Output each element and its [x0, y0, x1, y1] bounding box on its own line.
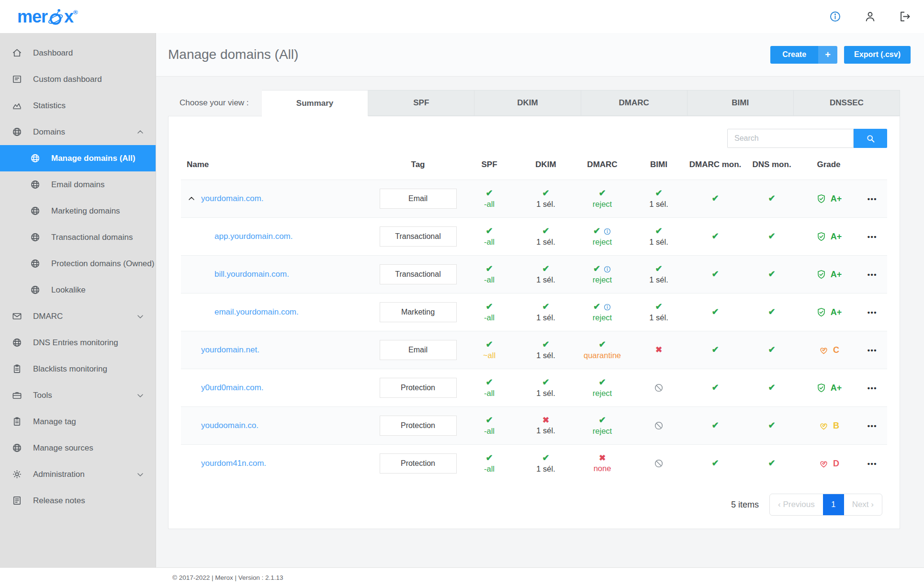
- sidebar-item-dns-entries-monitoring[interactable]: DNS Entries monitoring: [0, 329, 156, 356]
- row-actions-menu[interactable]: •••: [857, 422, 887, 430]
- spf-cell: ✔-all: [461, 377, 518, 398]
- dns-mon-check-icon: ✔: [768, 231, 775, 242]
- dmarc-mon-cell: ✔: [687, 307, 744, 317]
- sidebar-item-blacklists-monitoring[interactable]: Blacklists monitoring: [0, 356, 156, 382]
- next-arrow-icon: ›: [871, 500, 874, 509]
- bimi-blocked-icon: [654, 420, 664, 431]
- name-cell: email.yourdomain.com.: [181, 307, 375, 317]
- dmarc-mon-check-icon: ✔: [711, 383, 719, 393]
- sidebar-item-tools[interactable]: Tools: [0, 382, 156, 408]
- sidebar-item-protection-domains-owned[interactable]: Protection domains (Owned): [0, 250, 156, 277]
- sidebar-item-release-notes[interactable]: Release notes: [0, 487, 156, 514]
- domain-name-link[interactable]: email.yourdomain.com.: [214, 307, 299, 317]
- sidebar-item-domains[interactable]: Domains: [0, 119, 156, 145]
- domain-name-link[interactable]: youdoomain.co.: [201, 421, 259, 430]
- next-page-button[interactable]: Next ›: [844, 494, 882, 515]
- logo-registered-mark: ®: [73, 9, 78, 16]
- create-plus-icon[interactable]: +: [818, 46, 837, 64]
- domain-name-link[interactable]: yourdom41n.com.: [201, 459, 266, 468]
- name-cell: yourdomain.net.: [181, 345, 375, 355]
- globe-icon: [11, 126, 23, 137]
- row-actions-menu[interactable]: •••: [857, 271, 887, 279]
- row-actions-menu[interactable]: •••: [857, 460, 887, 468]
- export-csv-button[interactable]: Export (.csv): [844, 46, 911, 64]
- tab-spf[interactable]: SPF: [368, 90, 474, 116]
- spf-cell: ✔-all: [461, 302, 518, 322]
- tag-cell: Transactional: [375, 226, 461, 247]
- sidebar-item-manage-tag[interactable]: Manage tag: [0, 408, 156, 435]
- bimi-check-icon: ✔: [655, 302, 662, 312]
- dkim-value: 1 sél.: [536, 350, 555, 361]
- bimi-cell: ✔1 sél.: [631, 264, 687, 284]
- merox-logo[interactable]: merx ®: [17, 7, 78, 27]
- sidebar-item-email-domains[interactable]: Email domains: [0, 171, 156, 198]
- bimi-cell: ✖: [631, 345, 687, 355]
- bimi-cell: ✔1 sél.: [631, 302, 687, 322]
- logout-icon[interactable]: [899, 10, 912, 23]
- sidebar-item-dmarc[interactable]: DMARC: [0, 303, 156, 329]
- tag-cell: Email: [375, 340, 461, 360]
- dkim-cell: ✖1 sél.: [518, 416, 574, 436]
- sidebar-item-statistics[interactable]: Statistics: [0, 92, 156, 119]
- sidebar-item-marketing-domains[interactable]: Marketing domains: [0, 198, 156, 224]
- row-actions-menu[interactable]: •••: [857, 308, 887, 316]
- tab-dkim[interactable]: DKIM: [474, 90, 581, 116]
- dkim-value: 1 sél.: [536, 388, 555, 398]
- tab-summary[interactable]: Summary: [262, 90, 368, 116]
- row-actions-menu[interactable]: •••: [857, 346, 887, 354]
- info-icon[interactable]: [829, 10, 842, 23]
- sidebar-item-custom-dashboard[interactable]: Custom dashboard: [0, 66, 156, 92]
- dmarc-cell: ✔reject: [574, 188, 631, 209]
- chevron-up-icon: [135, 127, 145, 137]
- spf-check-icon: ✔: [485, 377, 493, 388]
- user-icon[interactable]: [864, 10, 877, 23]
- spf-value: -all: [484, 199, 495, 209]
- current-page-button[interactable]: 1: [823, 494, 844, 515]
- tab-bimi[interactable]: BIMI: [687, 90, 794, 116]
- table-row: app.yourdomain.com.Transactional✔-all✔1 …: [181, 217, 887, 255]
- row-actions-menu[interactable]: •••: [857, 195, 887, 203]
- table-row: yourdom41n.com.Protection✔-all✔1 sél.✖no…: [181, 444, 887, 482]
- grade-cell: A+: [800, 383, 857, 394]
- search-button[interactable]: [854, 129, 887, 148]
- create-button-label[interactable]: Create: [770, 46, 818, 64]
- grade-shield-icon: [816, 269, 827, 280]
- bimi-check-icon: ✔: [655, 264, 662, 274]
- gear-icon: [11, 469, 23, 480]
- domain-name-link[interactable]: bill.yourdomain.com.: [214, 270, 289, 279]
- dmarc-check-icon: ✔: [598, 415, 606, 426]
- grade-shield-icon: [816, 231, 827, 242]
- grade-heart-icon: [818, 345, 829, 356]
- sidebar-item-lookalike[interactable]: Lookalike: [0, 277, 156, 303]
- tabs-label: Choose your view :: [168, 98, 262, 108]
- chart-icon: [11, 100, 23, 111]
- globe-icon: [30, 232, 41, 243]
- create-button[interactable]: Create +: [770, 46, 837, 64]
- domain-name-link[interactable]: app.yourdomain.com.: [214, 232, 293, 241]
- row-expander[interactable]: [187, 194, 201, 203]
- dmarc-cross-icon: ✖: [599, 453, 606, 463]
- previous-page-button[interactable]: ‹ Previous: [770, 494, 823, 515]
- grade-cell: A+: [800, 193, 857, 204]
- domain-name-link[interactable]: y0urd0main.com.: [201, 383, 263, 393]
- dmarc-mon-check-icon: ✔: [711, 420, 719, 431]
- tab-dnssec[interactable]: DNSSEC: [794, 90, 900, 116]
- bimi-check-icon: ✔: [655, 188, 662, 199]
- bimi-value: 1 sél.: [649, 313, 668, 323]
- spf-cell: ✔-all: [461, 264, 518, 284]
- table-row: yourdomain.net.Email✔~all✔1 sél.✔quarant…: [181, 331, 887, 369]
- row-actions-menu[interactable]: •••: [857, 384, 887, 392]
- clipboard-icon: [11, 363, 23, 374]
- row-actions-menu[interactable]: •••: [857, 233, 887, 241]
- domain-name-link[interactable]: yourdomain.com.: [201, 194, 263, 203]
- sidebar-item-administration[interactable]: Administration: [0, 461, 156, 487]
- sidebar-item-dashboard[interactable]: Dashboard: [0, 40, 156, 66]
- search-input[interactable]: [727, 129, 854, 148]
- tab-dmarc[interactable]: DMARC: [581, 90, 687, 116]
- sidebar-item-label: Email domains: [51, 180, 105, 190]
- sidebar-item-manage-sources[interactable]: Manage sources: [0, 435, 156, 461]
- sidebar-item-manage-domains-all[interactable]: Manage domains (All): [0, 145, 156, 171]
- domain-name-link[interactable]: yourdomain.net.: [201, 345, 259, 355]
- dmarc-mon-cell: ✔: [687, 269, 744, 280]
- sidebar-item-transactional-domains[interactable]: Transactional domains: [0, 224, 156, 250]
